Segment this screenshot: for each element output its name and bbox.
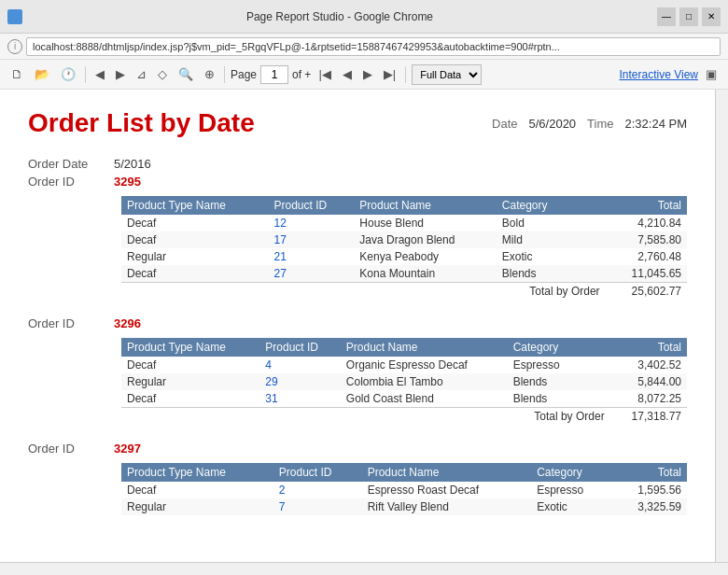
report-meta: Date 5/6/2020 Time 2:32:24 PM xyxy=(492,117,687,131)
table-cell-0-4: 3,402.52 xyxy=(610,357,687,373)
app-icon xyxy=(7,9,22,24)
interactive-view-link[interactable]: Interactive View xyxy=(620,68,699,81)
table-row: Decaf31Gold Coast BlendBlends8,072.25 xyxy=(121,390,687,408)
window-controls: — □ ✕ xyxy=(657,7,721,26)
section-gap xyxy=(28,303,687,316)
table-cell-1-1[interactable]: 7 xyxy=(273,498,362,515)
table-cell-1-3: Exotic xyxy=(531,498,611,515)
time-label: Time xyxy=(587,117,613,131)
total-cell-0 xyxy=(121,283,269,301)
report-header: Order List by Date Date 5/6/2020 Time 2:… xyxy=(28,108,687,138)
col-header-4: Total xyxy=(606,196,687,215)
scrollbar-right[interactable] xyxy=(715,90,728,562)
title-bar: Page Report Studio - Google Chrome — □ ✕ xyxy=(0,0,728,34)
report-title: Order List by Date xyxy=(28,108,492,138)
table-cell-0-2: House Blend xyxy=(354,215,496,231)
order-id-label: Order ID xyxy=(28,316,103,330)
total-cell-1 xyxy=(269,283,355,301)
table-cell-3-1[interactable]: 27 xyxy=(269,265,355,283)
col-header-1: Product ID xyxy=(259,338,340,357)
table-cell-2-3: Blends xyxy=(508,390,610,408)
window-title: Page Report Studio - Google Chrome xyxy=(30,10,650,23)
order-id-value[interactable]: 3296 xyxy=(114,316,141,330)
history-button[interactable]: 🕐 xyxy=(57,65,79,83)
table-cell-0-1[interactable]: 12 xyxy=(269,215,355,231)
last-page-button[interactable]: ▶| xyxy=(380,65,399,83)
page-input[interactable] xyxy=(260,65,288,84)
table-cell-1-1[interactable]: 29 xyxy=(259,373,340,390)
table-cell-1-0: Decaf xyxy=(121,231,269,248)
total-cell-4: 17,318.77 xyxy=(610,408,687,426)
table-row: Regular21Kenya PeabodyExotic2,760.48 xyxy=(121,248,687,265)
total-row: Total by Order25,602.77 xyxy=(121,283,687,301)
sep1 xyxy=(85,66,86,83)
table-cell-0-1[interactable]: 4 xyxy=(259,357,340,373)
order-table-2: Product Type NameProduct IDProduct NameC… xyxy=(121,463,687,515)
table-cell-1-3: Mild xyxy=(497,231,606,248)
prev-page-button[interactable]: ◀ xyxy=(339,65,356,83)
col-header-0: Product Type Name xyxy=(121,196,269,215)
order-id-label: Order ID xyxy=(28,175,103,189)
col-header-3: Category xyxy=(497,196,606,215)
col-header-4: Total xyxy=(610,338,687,357)
table-row: Regular29Colombia El TamboBlends5,844.00 xyxy=(121,373,687,390)
total-cell-1 xyxy=(259,408,340,426)
table-cell-0-2: Espresso Roast Decaf xyxy=(362,482,532,498)
table-cell-0-4: 4,210.84 xyxy=(606,215,687,231)
table-cell-1-1[interactable]: 17 xyxy=(269,231,355,248)
col-header-0: Product Type Name xyxy=(121,338,259,357)
table-cell-0-4: 1,595.56 xyxy=(611,482,687,498)
view-icon-button[interactable]: ▣ xyxy=(702,65,721,83)
col-header-1: Product ID xyxy=(269,196,355,215)
filter-button[interactable]: ⊿ xyxy=(133,65,150,83)
total-row: Total by Order17,318.77 xyxy=(121,408,687,426)
table-cell-3-2: Kona Mountain xyxy=(354,265,496,283)
section-gap xyxy=(28,428,687,442)
table-cell-0-1[interactable]: 2 xyxy=(273,482,362,498)
table-row: Decaf27Kona MountainBlends11,045.65 xyxy=(121,265,687,283)
table-cell-2-4: 8,072.25 xyxy=(610,390,687,408)
info-icon: i xyxy=(7,39,22,54)
minimize-button[interactable]: — xyxy=(657,7,676,26)
table-cell-1-4: 5,844.00 xyxy=(610,373,687,390)
table-cell-2-1[interactable]: 21 xyxy=(269,248,355,265)
back-button[interactable]: ◀ xyxy=(91,65,108,83)
next-page-button[interactable]: ▶ xyxy=(359,65,376,83)
col-header-2: Product Name xyxy=(362,463,532,482)
new-button[interactable]: 🗋 xyxy=(7,65,27,83)
address-input[interactable] xyxy=(26,37,721,56)
maximize-button[interactable]: □ xyxy=(679,7,698,26)
table-cell-0-3: Bold xyxy=(497,215,606,231)
order-date-row: Order Date 5/2016 xyxy=(28,157,687,171)
page-label: Page xyxy=(231,68,257,81)
order-id-value[interactable]: 3295 xyxy=(114,175,141,189)
bottom-scrollbar[interactable] xyxy=(0,562,728,575)
col-header-0: Product Type Name xyxy=(121,463,273,482)
search-button[interactable]: 🔍 xyxy=(175,65,197,83)
section-gap xyxy=(28,519,687,532)
order-table-1: Product Type NameProduct IDProduct NameC… xyxy=(121,338,687,425)
table-cell-1-4: 3,325.59 xyxy=(611,498,687,515)
view-select[interactable]: Full Data xyxy=(412,64,482,85)
table-cell-1-4: 7,585.80 xyxy=(606,231,687,248)
zoom-button[interactable]: ⊕ xyxy=(201,65,218,83)
first-page-button[interactable]: |◀ xyxy=(315,65,334,83)
table-cell-2-0: Regular xyxy=(121,248,269,265)
table-row: Decaf12House BlendBold4,210.84 xyxy=(121,215,687,231)
table-cell-0-3: Espresso xyxy=(508,357,610,373)
sep2 xyxy=(224,66,225,83)
total-cell-3: Total by Order xyxy=(497,283,606,301)
table-cell-0-0: Decaf xyxy=(121,357,259,373)
bookmark-button[interactable]: ◇ xyxy=(154,65,171,83)
date-value: 5/6/2020 xyxy=(528,117,576,131)
order-id-value[interactable]: 3297 xyxy=(114,442,141,456)
toolbar: 🗋 📂 🕐 ◀ ▶ ⊿ ◇ 🔍 ⊕ Page of + |◀ ◀ ▶ ▶| Fu… xyxy=(0,60,728,90)
col-header-3: Category xyxy=(508,338,610,357)
close-button[interactable]: ✕ xyxy=(702,7,721,26)
table-cell-2-1[interactable]: 31 xyxy=(259,390,340,408)
total-cell-2 xyxy=(341,408,508,426)
forward-button[interactable]: ▶ xyxy=(112,65,129,83)
table-cell-1-0: Regular xyxy=(121,373,259,390)
time-value: 2:32:24 PM xyxy=(625,117,688,131)
open-button[interactable]: 📂 xyxy=(31,65,53,83)
